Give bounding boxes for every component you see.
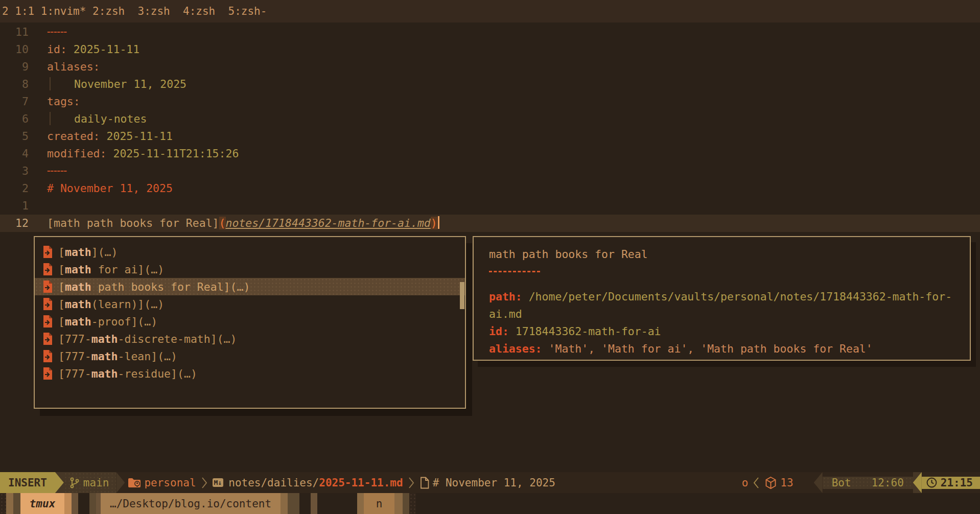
- editor-line[interactable]: 11 ╌╌╌: [0, 24, 980, 41]
- completion-item[interactable]: [math](…): [35, 243, 465, 261]
- git-branch-name: main: [83, 477, 109, 489]
- text-cursor: [438, 216, 439, 229]
- yaml-list-item: daily-notes: [74, 112, 147, 125]
- workspace-folder-icon: [128, 477, 141, 488]
- editor-line[interactable]: 2 # November 11, 2025: [0, 180, 980, 197]
- editor-line[interactable]: 7 tags:: [0, 93, 980, 110]
- yaml-key: created:: [47, 130, 107, 143]
- file-link-icon: [42, 245, 53, 259]
- yaml-value: 2025-11-11: [74, 43, 139, 56]
- git-branch-icon: [69, 477, 80, 489]
- mode-indicator: INSERT: [0, 472, 55, 493]
- yaml-value: 2025-11-11T21:15:26: [113, 147, 239, 160]
- documentation-popup: math path books for Real path: /home/pet…: [473, 236, 971, 361]
- package-icon: [764, 476, 777, 489]
- bottom-session-bar: tmux …/Desktop/blog.io/content n: [0, 493, 980, 514]
- yaml-value: 2025-11-11: [107, 130, 173, 143]
- completion-popup: [math](…) [math for ai](…) [math path bo…: [34, 236, 466, 409]
- plugin-count: 13: [780, 477, 793, 489]
- workspace-name: personal: [144, 477, 196, 489]
- file-path: notes/dailies/2025-11-11.md: [228, 477, 403, 489]
- markdown-link-text: [math path books for Real]: [47, 217, 219, 229]
- powerline-separator: [913, 472, 922, 493]
- file-link-icon: [42, 315, 53, 328]
- frontmatter-delimiter: ╌╌╌: [47, 26, 67, 38]
- yaml-key: id:: [47, 43, 74, 56]
- line-number: 6: [0, 110, 29, 128]
- line-number: 2: [0, 180, 29, 197]
- match-paren-close: ): [431, 217, 437, 229]
- cursor-position: 12:60: [872, 477, 904, 489]
- line-number: 3: [0, 162, 29, 180]
- indent-guide: [50, 112, 51, 125]
- editor-line[interactable]: 10 id: 2025-11-11: [0, 41, 980, 58]
- yaml-key: modified:: [47, 147, 113, 160]
- doc-separator: [489, 271, 540, 272]
- line-number-current: 12: [0, 215, 29, 232]
- line-number: 11: [0, 24, 29, 41]
- clock-segment: 21:15: [922, 477, 980, 489]
- line-number: 7: [0, 93, 29, 110]
- doc-path-wrap: ai.md: [489, 306, 954, 323]
- line-number: 8: [0, 76, 29, 93]
- chevron-left-icon: [753, 476, 759, 489]
- line-number: 9: [0, 58, 29, 76]
- powerline-separator: [116, 472, 125, 493]
- document-icon: [419, 477, 430, 489]
- completion-item[interactable]: [math(learn)](…): [35, 295, 465, 313]
- git-branch-segment: main: [64, 472, 116, 493]
- editor-line[interactable]: 3 ╌╌╌: [0, 162, 980, 180]
- markdown-file-icon: M↓: [213, 478, 224, 487]
- scroll-position: Bot: [832, 477, 851, 489]
- file-link-icon: [42, 280, 53, 293]
- clock-icon: [926, 477, 938, 488]
- file-link-icon: [42, 367, 53, 380]
- powerline-separator: [55, 472, 64, 493]
- yaml-list-item: November 11, 2025: [74, 78, 186, 90]
- editor-line[interactable]: 6 daily-notes: [0, 110, 980, 128]
- session-tab-path[interactable]: …/Desktop/blog.io/content: [101, 493, 281, 514]
- file-link-icon: [42, 349, 53, 363]
- powerline-separator: [814, 472, 823, 493]
- match-paren-open: (: [219, 217, 226, 229]
- frontmatter-delimiter: ╌╌╌: [47, 165, 67, 177]
- clock-time: 21:15: [941, 477, 973, 489]
- doc-path-line: path: /home/peter/Documents/vaults/perso…: [489, 288, 954, 306]
- tmux-status-bar[interactable]: 2 1:1 1:nvim* 2:zsh 3:zsh 4:zsh 5:zsh-: [0, 0, 980, 22]
- completion-item[interactable]: [777-math-residue](…): [35, 365, 465, 382]
- editor-line[interactable]: 9 aliases:: [0, 58, 980, 76]
- markdown-link-url: notes/1718443362-math-for-ai.md: [226, 217, 431, 229]
- chevron-right-icon: [201, 476, 207, 489]
- doc-aliases-line: aliases: 'Math', 'Math for ai', 'Math pa…: [489, 340, 954, 358]
- editor-line[interactable]: 4 modified: 2025-11-11T21:15:26: [0, 145, 980, 162]
- line-number: 4: [0, 145, 29, 162]
- completion-item[interactable]: [777-math-lean](…): [35, 347, 465, 365]
- completion-item[interactable]: [777-math-discrete-math](…): [35, 330, 465, 347]
- chevron-right-icon: [408, 476, 414, 489]
- line-number: 5: [0, 128, 29, 145]
- editor-cursor-line[interactable]: 12 [math path books for Real](notes/1718…: [0, 215, 980, 232]
- completion-item[interactable]: [math-proof](…): [35, 313, 465, 330]
- doc-title: math path books for Real: [489, 246, 954, 263]
- yaml-key: aliases:: [47, 60, 100, 73]
- editor-line[interactable]: 8 November 11, 2025: [0, 76, 980, 93]
- file-link-icon: [42, 332, 53, 345]
- completion-item[interactable]: [math for ai](…): [35, 261, 465, 278]
- completion-item-selected[interactable]: [math path books for Real](…): [35, 278, 465, 295]
- file-link-icon: [42, 263, 53, 276]
- indent-guide: [50, 77, 51, 90]
- pending-operator: o: [742, 477, 749, 489]
- statusline: INSERT main personal M↓ notes/dailies/20…: [0, 472, 980, 493]
- popup-scrollbar[interactable]: [460, 282, 464, 309]
- markdown-heading: # November 11, 2025: [47, 182, 173, 195]
- doc-id-line: id: 1718443362-math-for-ai: [489, 323, 954, 340]
- session-key-hint[interactable]: n: [364, 493, 394, 514]
- scroll-position-segment: Bot12:60: [823, 477, 913, 489]
- session-mode-indicator[interactable]: tmux: [20, 493, 64, 514]
- file-link-icon: [42, 297, 53, 311]
- line-number: 10: [0, 41, 29, 58]
- editor-line[interactable]: 1: [0, 197, 980, 215]
- yaml-key: tags:: [47, 95, 80, 108]
- editor-line[interactable]: 5 created: 2025-11-11: [0, 128, 980, 145]
- breadcrumb-heading: # November 11, 2025: [433, 477, 555, 489]
